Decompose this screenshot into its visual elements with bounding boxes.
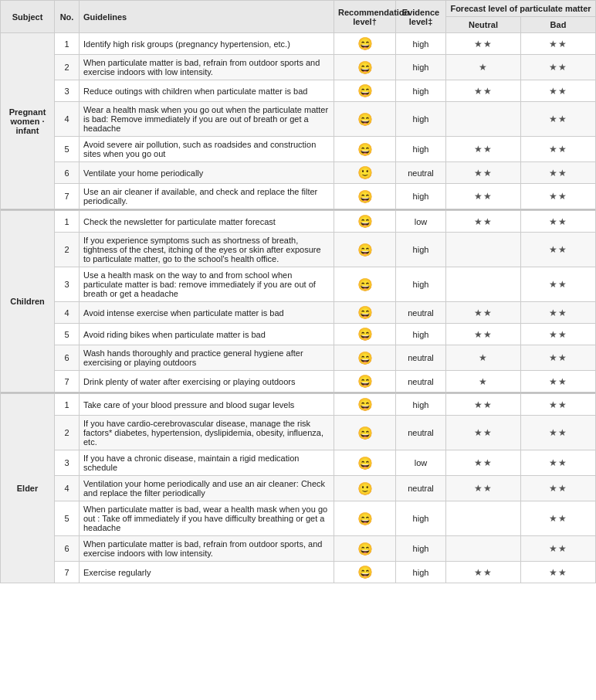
subject-cell: Children: [1, 211, 55, 392]
row-bad-stars: ★★: [521, 55, 596, 80]
table-row: 7Exercise regularly😄high★★★★: [1, 562, 596, 583]
row-neutral-stars: ★★: [446, 450, 521, 476]
row-neutral-stars: ★: [446, 345, 521, 371]
table-row: 5Avoid severe air pollution, such as roa…: [1, 137, 596, 162]
table-row: 4Avoid intense exercise when particulate…: [1, 302, 596, 324]
row-bad-stars: ★★: [521, 267, 596, 302]
row-emoji: 😄: [334, 55, 396, 80]
table-row: 2If you experience symptoms such as shor…: [1, 233, 596, 267]
row-emoji: 😄: [334, 33, 396, 55]
row-emoji: 😄: [334, 267, 396, 302]
row-no: 7: [55, 562, 80, 583]
row-evidence: neutral: [396, 371, 446, 392]
row-evidence: high: [396, 80, 446, 102]
header-ev-level: Evidence level‡: [396, 1, 446, 33]
row-evidence: high: [396, 501, 446, 536]
table-row: 6Wash hands thoroughly and practice gene…: [1, 345, 596, 371]
table-row: 6When particulate matter is bad, refrain…: [1, 536, 596, 562]
row-evidence: neutral: [396, 345, 446, 371]
row-guidelines: Ventilate your home periodically: [80, 162, 334, 184]
table-row: 6Ventilate your home periodically🙂neutra…: [1, 162, 596, 184]
row-neutral-stars: [446, 267, 521, 302]
header-subject: Subject: [1, 1, 55, 33]
row-guidelines: Check the newsletter for particulate mat…: [80, 211, 334, 233]
row-neutral-stars: ★★: [446, 562, 521, 583]
row-bad-stars: ★★: [521, 501, 596, 536]
row-emoji: 😄: [334, 345, 396, 371]
row-neutral-stars: ★★: [446, 33, 521, 55]
row-guidelines: If you have a chronic disease, maintain …: [80, 450, 334, 476]
row-guidelines: When particulate matter is bad, refrain …: [80, 536, 334, 562]
row-no: 1: [55, 394, 80, 416]
row-no: 7: [55, 184, 80, 209]
row-guidelines: When particulate matter is bad, refrain …: [80, 55, 334, 80]
row-no: 5: [55, 501, 80, 536]
row-bad-stars: ★★: [521, 450, 596, 476]
row-emoji: 😄: [334, 371, 396, 392]
row-bad-stars: ★★: [521, 233, 596, 267]
row-emoji: 😄: [334, 184, 396, 209]
row-no: 3: [55, 267, 80, 302]
row-emoji: 😄: [334, 394, 396, 416]
row-no: 5: [55, 324, 80, 345]
row-emoji: 😄: [334, 211, 396, 233]
table-row: Elder1Take care of your blood pressure a…: [1, 394, 596, 416]
row-neutral-stars: ★★: [446, 394, 521, 416]
row-emoji: 😄: [334, 233, 396, 267]
row-bad-stars: ★★: [521, 137, 596, 162]
subject-cell: Pregnant women · infant: [1, 33, 55, 209]
row-emoji: 😄: [334, 416, 396, 450]
guidelines-table: Subject No. Guidelines Recommendation le…: [0, 0, 596, 583]
table-row: 2When particulate matter is bad, refrain…: [1, 55, 596, 80]
row-bad-stars: ★★: [521, 562, 596, 583]
row-evidence: high: [396, 536, 446, 562]
row-guidelines: When particulate matter is bad, wear a h…: [80, 501, 334, 536]
row-bad-stars: ★★: [521, 394, 596, 416]
row-emoji: 😄: [334, 562, 396, 583]
row-bad-stars: ★★: [521, 371, 596, 392]
row-bad-stars: ★★: [521, 211, 596, 233]
row-evidence: high: [396, 233, 446, 267]
row-neutral-stars: ★★: [446, 184, 521, 209]
row-bad-stars: ★★: [521, 536, 596, 562]
row-neutral-stars: ★★: [446, 416, 521, 450]
row-guidelines: If you experience symptoms such as short…: [80, 233, 334, 267]
row-neutral-stars: ★★: [446, 137, 521, 162]
table-row: 5Avoid riding bikes when particulate mat…: [1, 324, 596, 345]
row-guidelines: Avoid intense exercise when particulate …: [80, 302, 334, 324]
row-bad-stars: ★★: [521, 33, 596, 55]
row-neutral-stars: [446, 501, 521, 536]
row-evidence: high: [396, 267, 446, 302]
row-emoji: 😄: [334, 302, 396, 324]
row-no: 5: [55, 137, 80, 162]
row-emoji: 😄: [334, 536, 396, 562]
table-row: 3Reduce outings with children when parti…: [1, 80, 596, 102]
row-no: 4: [55, 476, 80, 501]
header-forecast: Forecast level of particulate matter: [446, 1, 596, 17]
row-evidence: neutral: [396, 416, 446, 450]
table-row: 4Ventilation your home periodically and …: [1, 476, 596, 501]
row-bad-stars: ★★: [521, 162, 596, 184]
table-row: 7Drink plenty of water after exercising …: [1, 371, 596, 392]
table-row: 3If you have a chronic disease, maintain…: [1, 450, 596, 476]
row-emoji: 😄: [334, 80, 396, 102]
table-row: 2If you have cardio-cerebrovascular dise…: [1, 416, 596, 450]
row-neutral-stars: ★★: [446, 302, 521, 324]
row-neutral-stars: ★★: [446, 211, 521, 233]
row-neutral-stars: [446, 102, 521, 137]
row-evidence: high: [396, 33, 446, 55]
row-evidence: neutral: [396, 162, 446, 184]
row-guidelines: Use an air cleaner if available, and che…: [80, 184, 334, 209]
row-no: 1: [55, 33, 80, 55]
header-neutral: Neutral: [446, 17, 521, 33]
table-row: 4Wear a health mask when you go out when…: [1, 102, 596, 137]
row-evidence: low: [396, 450, 446, 476]
row-neutral-stars: ★★: [446, 476, 521, 501]
header-rec-level: Recommendation level†: [334, 1, 396, 33]
row-no: 4: [55, 102, 80, 137]
row-evidence: high: [396, 137, 446, 162]
row-bad-stars: ★★: [521, 102, 596, 137]
table-row: Pregnant women · infant1Identify high ri…: [1, 33, 596, 55]
row-emoji: 🙂: [334, 476, 396, 501]
table-row: 5When particulate matter is bad, wear a …: [1, 501, 596, 536]
